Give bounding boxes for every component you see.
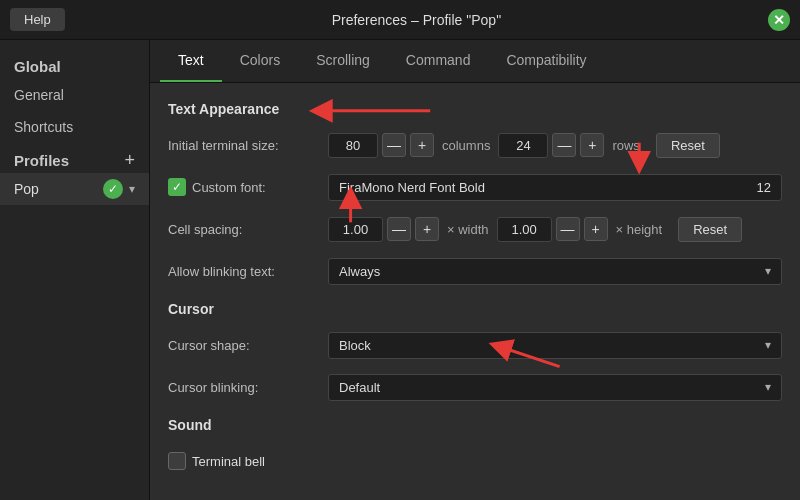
terminal-size-controls: — + columns — + rows Reset — [328, 133, 782, 158]
cursor-shape-label: Cursor shape: — [168, 338, 328, 353]
rows-unit: rows — [612, 138, 639, 153]
tab-compatibility[interactable]: Compatibility — [488, 40, 604, 82]
columns-plus-btn[interactable]: + — [410, 133, 434, 157]
blink-controls: Always ▾ — [328, 258, 782, 285]
content-area: Text Colors Scrolling Command Compatibil… — [150, 40, 800, 500]
cursor-shape-controls: Block ▾ — [328, 332, 782, 359]
main-layout: Global General Shortcuts Profiles + Pop … — [0, 40, 800, 500]
cursor-title: Cursor — [168, 301, 782, 317]
width-minus-btn[interactable]: — — [387, 217, 411, 241]
tabs-bar: Text Colors Scrolling Command Compatibil… — [150, 40, 800, 83]
profile-arrow-icon[interactable]: ▾ — [129, 182, 135, 196]
cursor-blinking-row: Cursor blinking: Default ▾ — [168, 371, 782, 403]
cursor-blinking-controls: Default ▾ — [328, 374, 782, 401]
terminal-size-row: Initial terminal size: — + columns — + r… — [168, 129, 782, 161]
cursor-shape-dropdown[interactable]: Block ▾ — [328, 332, 782, 359]
rows-plus-btn[interactable]: + — [580, 133, 604, 157]
cursor-shape-value: Block — [339, 338, 371, 353]
columns-unit: columns — [442, 138, 490, 153]
font-display-field[interactable]: FiraMono Nerd Font Bold 12 — [328, 174, 782, 201]
titlebar: Help Preferences – Profile "Pop" ✕ — [0, 0, 800, 40]
columns-minus-btn[interactable]: — — [382, 133, 406, 157]
blink-dropdown-arrow: ▾ — [765, 264, 771, 278]
form-area: Text Appearance Initial terminal size: —… — [150, 83, 800, 500]
height-spacing-input[interactable] — [497, 217, 552, 242]
rows-minus-btn[interactable]: — — [552, 133, 576, 157]
profile-name: Pop — [14, 181, 103, 197]
tab-colors[interactable]: Colors — [222, 40, 298, 82]
custom-font-label-area: ✓ Custom font: — [168, 178, 328, 196]
cell-spacing-label: Cell spacing: — [168, 222, 328, 237]
add-profile-button[interactable]: + — [124, 151, 135, 169]
close-button[interactable]: ✕ — [768, 9, 790, 31]
height-unit: × height — [616, 222, 663, 237]
blink-dropdown[interactable]: Always ▾ — [328, 258, 782, 285]
cell-spacing-row: Cell spacing: — + × width — + × height R… — [168, 213, 782, 245]
tab-text[interactable]: Text — [160, 40, 222, 82]
rows-input[interactable] — [498, 133, 548, 158]
custom-font-label: Custom font: — [192, 180, 266, 195]
tab-command[interactable]: Command — [388, 40, 489, 82]
sidebar: Global General Shortcuts Profiles + Pop … — [0, 40, 150, 500]
text-appearance-title: Text Appearance — [168, 101, 782, 117]
cursor-blinking-dropdown[interactable]: Default ▾ — [328, 374, 782, 401]
height-minus-btn[interactable]: — — [556, 217, 580, 241]
sidebar-item-general[interactable]: General — [0, 79, 149, 111]
cell-spacing-controls: — + × width — + × height Reset — [328, 217, 782, 242]
sidebar-item-shortcuts[interactable]: Shortcuts — [0, 111, 149, 143]
profiles-label: Profiles — [14, 152, 69, 169]
terminal-bell-control: Terminal bell — [168, 452, 265, 470]
blink-label: Allow blinking text: — [168, 264, 328, 279]
cursor-blinking-value: Default — [339, 380, 380, 395]
terminal-size-label: Initial terminal size: — [168, 138, 328, 153]
font-size: 12 — [757, 180, 771, 195]
window-title: Preferences – Profile "Pop" — [332, 12, 501, 28]
columns-input[interactable] — [328, 133, 378, 158]
cursor-shape-row: Cursor shape: Block ▾ — [168, 329, 782, 361]
sidebar-profiles-header: Profiles + — [0, 143, 149, 173]
width-plus-btn[interactable]: + — [415, 217, 439, 241]
sidebar-section-global: Global — [0, 50, 149, 79]
sound-title: Sound — [168, 417, 782, 433]
font-controls: FiraMono Nerd Font Bold 12 — [328, 174, 782, 201]
cursor-blinking-label: Cursor blinking: — [168, 380, 328, 395]
custom-font-checkbox-group: ✓ Custom font: — [168, 178, 328, 196]
cell-spacing-reset-btn[interactable]: Reset — [678, 217, 742, 242]
terminal-bell-checkbox[interactable] — [168, 452, 186, 470]
cursor-blinking-arrow: ▾ — [765, 380, 771, 394]
font-name: FiraMono Nerd Font Bold — [339, 180, 485, 195]
blink-value: Always — [339, 264, 380, 279]
height-plus-btn[interactable]: + — [584, 217, 608, 241]
blink-row: Allow blinking text: Always ▾ — [168, 255, 782, 287]
terminal-bell-row: Terminal bell — [168, 445, 782, 477]
profile-check-icon: ✓ — [103, 179, 123, 199]
width-spacing-input[interactable] — [328, 217, 383, 242]
custom-font-checkbox[interactable]: ✓ — [168, 178, 186, 196]
terminal-bell-label: Terminal bell — [192, 454, 265, 469]
profile-row-pop[interactable]: Pop ✓ ▾ — [0, 173, 149, 205]
tab-scrolling[interactable]: Scrolling — [298, 40, 388, 82]
terminal-size-reset-btn[interactable]: Reset — [656, 133, 720, 158]
width-unit: × width — [447, 222, 489, 237]
cursor-shape-arrow: ▾ — [765, 338, 771, 352]
help-button[interactable]: Help — [10, 8, 65, 31]
custom-font-row: ✓ Custom font: FiraMono Nerd Font Bold 1… — [168, 171, 782, 203]
